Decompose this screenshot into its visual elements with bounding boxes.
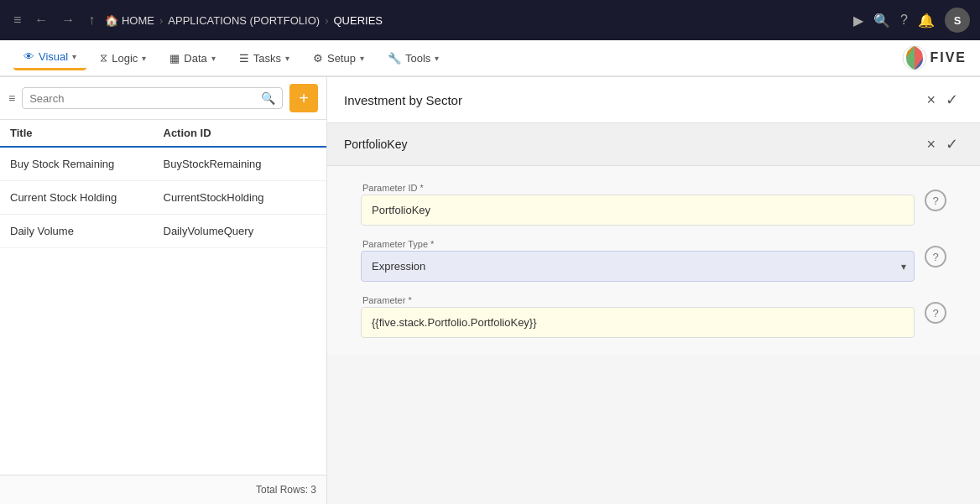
parameter-id-row: Parameter ID * ? [361, 183, 946, 226]
applications-breadcrumb[interactable]: APPLICATIONS (PORTFOLIO) [168, 14, 320, 27]
menu-item-setup-label: Setup [327, 52, 356, 65]
up-icon[interactable]: ↑ [85, 9, 98, 31]
visual-icon: 👁 [23, 50, 34, 63]
menu-icon[interactable]: ≡ [10, 9, 24, 31]
table-header: Title Action ID [0, 120, 326, 148]
logic-icon: ⧖ [100, 51, 107, 65]
chevron-down-icon: ▾ [285, 54, 289, 63]
parameter-type-select-wrapper: Expression Value Session ▾ [361, 251, 915, 282]
row-title-3: Daily Volume [10, 225, 164, 237]
menu-item-tasks[interactable]: ☰ Tasks ▾ [229, 47, 300, 70]
table-rows: Buy Stock Remaining BuyStockRemaining Cu… [0, 148, 326, 475]
parameter-type-help-icon[interactable]: ? [925, 246, 946, 268]
sub-card-confirm-button[interactable]: ✓ [941, 133, 963, 155]
tools-icon: 🔧 [388, 52, 401, 65]
breadcrumb: 🏠 HOME › APPLICATIONS (PORTFOLIO) › QUER… [105, 14, 847, 27]
filter-icon[interactable]: ≡ [8, 91, 15, 105]
chevron-down-icon: ▾ [72, 52, 76, 61]
parameter-value-label: Parameter * [361, 295, 915, 305]
user-avatar[interactable]: S [945, 8, 970, 33]
parameter-value-help-icon[interactable]: ? [925, 302, 946, 324]
parameter-value-row: Parameter * ? [361, 295, 946, 338]
breadcrumb-sep-2: › [325, 14, 328, 27]
parameter-id-help-icon[interactable]: ? [925, 190, 946, 211]
home-icon: 🏠 [105, 14, 118, 27]
parameter-id-label: Parameter ID * [361, 183, 915, 193]
menu-item-visual[interactable]: 👁 Visual ▾ [13, 45, 86, 70]
sub-card: PortfolioKey × ✓ Parameter ID * ? Parame… [327, 123, 980, 355]
parameter-value-input[interactable] [361, 307, 915, 338]
search-input-wrapper: 🔍 [22, 87, 283, 109]
main-card-header: Investment by Sector × ✓ [327, 77, 980, 122]
left-panel: ≡ 🔍 + Title Action ID Buy Stock Remainin… [0, 77, 327, 504]
five-logo-text: FIVE [930, 50, 967, 65]
menu-item-logic-label: Logic [112, 52, 138, 65]
breadcrumb-sep-1: › [159, 14, 163, 27]
search-magnifier-icon: 🔍 [261, 91, 275, 105]
data-icon: ▦ [169, 52, 180, 65]
home-breadcrumb[interactable]: 🏠 HOME [105, 14, 154, 27]
top-navigation-bar: ≡ ← → ↑ 🏠 HOME › APPLICATIONS (PORTFOLIO… [0, 0, 980, 40]
five-logo: FIVE [902, 45, 967, 70]
menu-item-tasks-label: Tasks [253, 52, 281, 65]
app-logo: FIVE [902, 45, 967, 70]
form-area: Parameter ID * ? Parameter Type * Expres… [327, 166, 980, 355]
menu-item-data[interactable]: ▦ Data ▾ [159, 47, 225, 70]
main-card-title: Investment by Sector [344, 93, 921, 107]
menu-item-tools-label: Tools [405, 52, 430, 65]
help-icon[interactable]: ? [900, 13, 908, 28]
chevron-down-icon: ▾ [142, 54, 146, 63]
notification-bell-icon[interactable]: 🔔 [918, 13, 935, 29]
main-content: ≡ 🔍 + Title Action ID Buy Stock Remainin… [0, 77, 980, 504]
table-footer: Total Rows: 3 [0, 475, 326, 504]
main-card-close-button[interactable]: × [921, 90, 941, 111]
main-card: Investment by Sector × ✓ [327, 77, 980, 123]
column-header-title: Title [10, 127, 164, 139]
top-bar-actions: ▶ 🔍 ? 🔔 S [853, 8, 970, 33]
back-icon[interactable]: ← [31, 9, 51, 31]
search-input[interactable] [29, 92, 256, 105]
menu-item-logic[interactable]: ⧖ Logic ▾ [90, 46, 156, 70]
five-logo-icon [902, 45, 927, 70]
table-row[interactable]: Daily Volume DailyVolumeQuery [0, 215, 326, 248]
parameter-type-label: Parameter Type * [361, 239, 915, 249]
search-bar: ≡ 🔍 + [0, 77, 326, 120]
global-search-icon[interactable]: 🔍 [873, 13, 890, 29]
tasks-icon: ☰ [239, 52, 249, 65]
parameter-type-row: Parameter Type * Expression Value Sessio… [361, 239, 946, 282]
row-action-id-3: DailyVolumeQuery [164, 225, 317, 237]
column-header-action-id: Action ID [164, 127, 317, 139]
table-row[interactable]: Buy Stock Remaining BuyStockRemaining [0, 148, 326, 181]
row-action-id-1: BuyStockRemaining [164, 158, 317, 170]
chevron-down-icon: ▾ [211, 54, 216, 63]
row-title-2: Current Stock Holding [10, 191, 164, 204]
parameter-type-field: Parameter Type * Expression Value Sessio… [361, 239, 915, 282]
parameter-value-field: Parameter * [361, 295, 915, 338]
parameter-id-field: Parameter ID * [361, 183, 915, 226]
main-card-confirm-button[interactable]: ✓ [941, 89, 963, 111]
parameter-type-select[interactable]: Expression Value Session [361, 251, 915, 282]
chevron-down-icon: ▾ [360, 54, 364, 63]
table-row[interactable]: Current Stock Holding CurrentStockHoldin… [0, 181, 326, 215]
menu-item-visual-label: Visual [39, 50, 68, 63]
row-title-1: Buy Stock Remaining [10, 158, 164, 170]
setup-icon: ⚙ [313, 52, 323, 65]
queries-breadcrumb[interactable]: QUERIES [333, 14, 383, 27]
sub-card-close-button[interactable]: × [921, 134, 941, 155]
sub-card-header: PortfolioKey × ✓ [327, 123, 980, 166]
right-panel: Investment by Sector × ✓ PortfolioKey × … [327, 77, 980, 504]
menu-item-data-label: Data [184, 52, 206, 65]
play-icon[interactable]: ▶ [853, 13, 863, 29]
chevron-down-icon: ▾ [435, 54, 439, 63]
menu-item-setup[interactable]: ⚙ Setup ▾ [303, 47, 374, 70]
row-action-id-2: CurrentStockHolding [164, 191, 317, 204]
add-button[interactable]: + [289, 84, 318, 112]
menu-item-tools[interactable]: 🔧 Tools ▾ [378, 47, 449, 70]
parameter-id-input[interactable] [361, 195, 915, 226]
sub-card-title: PortfolioKey [344, 138, 921, 151]
forward-icon[interactable]: → [58, 9, 78, 31]
menu-bar: 👁 Visual ▾ ⧖ Logic ▾ ▦ Data ▾ ☰ Tasks ▾ … [0, 40, 980, 77]
